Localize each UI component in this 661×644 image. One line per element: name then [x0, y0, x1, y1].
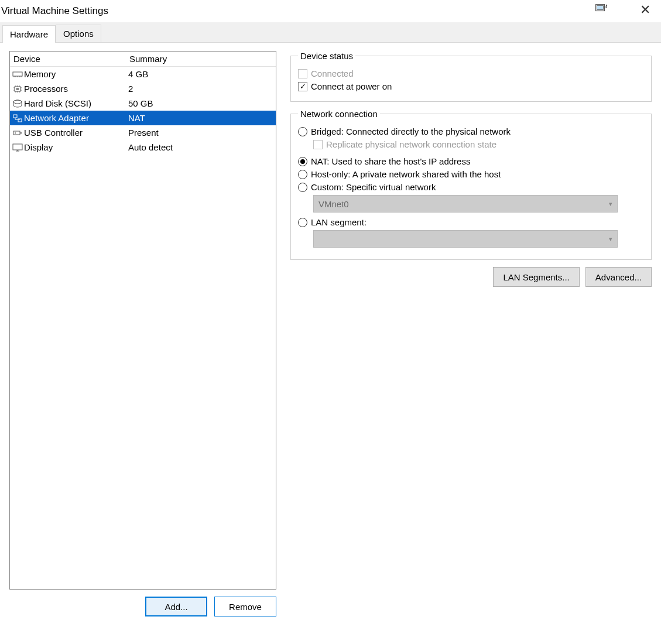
device-row-disk[interactable]: Hard Disk (SCSI)50 GB: [10, 96, 276, 111]
custom-network-value: VMnet0: [318, 199, 349, 209]
left-pane: Device Summary Memory4 GBProcessors2Hard…: [9, 51, 276, 616]
device-list-header: Device Summary: [10, 52, 276, 67]
disk-icon: [11, 100, 24, 108]
advanced-button[interactable]: Advanced...: [585, 267, 652, 287]
device-name: Processors: [24, 84, 127, 94]
lan-segments-button[interactable]: LAN Segments...: [493, 267, 579, 287]
device-summary: 2: [127, 84, 275, 94]
col-header-device[interactable]: Device: [10, 52, 126, 66]
device-summary: NAT: [127, 113, 275, 123]
svg-rect-7: [13, 115, 17, 118]
left-button-row: Add... Remove: [9, 597, 276, 616]
network-icon: [11, 114, 24, 123]
tabbar: Hardware Options: [0, 22, 661, 43]
svg-rect-1: [597, 6, 604, 10]
col-header-summary[interactable]: Summary: [126, 52, 276, 66]
cpu-icon: [11, 84, 24, 94]
device-summary: Present: [127, 128, 275, 138]
nat-radio[interactable]: [298, 157, 307, 166]
chevron-down-icon: ▾: [609, 235, 612, 243]
close-icon[interactable]: ✕: [640, 4, 650, 16]
window-title: Virtual Machine Settings: [0, 5, 108, 17]
content-area: Device Summary Memory4 GBProcessors2Hard…: [0, 43, 661, 616]
lan-segment-label: LAN segment:: [311, 217, 367, 227]
device-list: Device Summary Memory4 GBProcessors2Hard…: [9, 51, 276, 590]
device-summary: 4 GB: [127, 69, 275, 79]
device-name: Memory: [24, 69, 127, 79]
host-only-radio[interactable]: [298, 170, 307, 179]
device-name: Network Adapter: [24, 113, 127, 123]
device-row-usb[interactable]: USB ControllerPresent: [10, 125, 276, 140]
svg-rect-10: [20, 132, 22, 133]
device-name: USB Controller: [24, 128, 127, 138]
tab-options[interactable]: Options: [56, 25, 101, 42]
device-row-memory[interactable]: Memory4 GB: [10, 67, 276, 81]
right-pane: Device status Connected Connect at power…: [290, 51, 652, 616]
connect-at-power-on-checkbox[interactable]: [298, 82, 307, 91]
device-row-network[interactable]: Network AdapterNAT: [10, 111, 276, 125]
device-status-legend: Device status: [298, 51, 355, 61]
replicate-checkbox: [313, 140, 323, 149]
device-summary: Auto detect: [127, 142, 275, 152]
svg-point-6: [13, 100, 22, 104]
svg-rect-9: [13, 131, 20, 135]
vm-icon: [595, 4, 608, 13]
device-status-group: Device status Connected Connect at power…: [290, 51, 652, 102]
titlebar: Virtual Machine Settings ✕: [0, 0, 661, 22]
right-button-row: LAN Segments... Advanced...: [290, 267, 652, 287]
tab-hardware[interactable]: Hardware: [2, 25, 56, 43]
connect-at-power-on-label: Connect at power on: [311, 81, 392, 91]
custom-network-select: VMnet0 ▾: [313, 195, 618, 213]
custom-radio[interactable]: [298, 183, 307, 192]
connected-label: Connected: [311, 68, 354, 78]
network-connection-group: Network connection Bridged: Connected di…: [290, 109, 652, 260]
memory-icon: [11, 70, 24, 78]
svg-rect-3: [13, 72, 22, 76]
bridged-label: Bridged: Connected directly to the physi…: [311, 126, 511, 136]
svg-rect-5: [16, 88, 19, 90]
device-summary: 50 GB: [127, 98, 275, 108]
remove-button[interactable]: Remove: [214, 597, 276, 616]
nat-label: NAT: Used to share the host's IP address: [311, 156, 470, 166]
usb-icon: [11, 129, 24, 137]
replicate-label: Replicate physical network connection st…: [326, 139, 496, 149]
add-button[interactable]: Add...: [145, 597, 207, 616]
bridged-radio[interactable]: [298, 127, 307, 136]
device-row-display[interactable]: DisplayAuto detect: [10, 140, 276, 155]
lan-segment-radio[interactable]: [298, 218, 307, 227]
lan-segment-select: ▾: [313, 230, 618, 248]
svg-point-2: [606, 5, 607, 6]
display-icon: [11, 143, 24, 152]
network-connection-legend: Network connection: [298, 109, 380, 119]
chevron-down-icon: ▾: [609, 200, 612, 208]
connected-checkbox: [298, 69, 307, 78]
custom-label: Custom: Specific virtual network: [311, 182, 436, 192]
device-row-cpu[interactable]: Processors2: [10, 81, 276, 96]
device-name: Hard Disk (SCSI): [24, 98, 127, 108]
svg-rect-11: [13, 144, 22, 150]
host-only-label: Host-only: A private network shared with…: [311, 169, 501, 179]
device-name: Display: [24, 142, 127, 152]
